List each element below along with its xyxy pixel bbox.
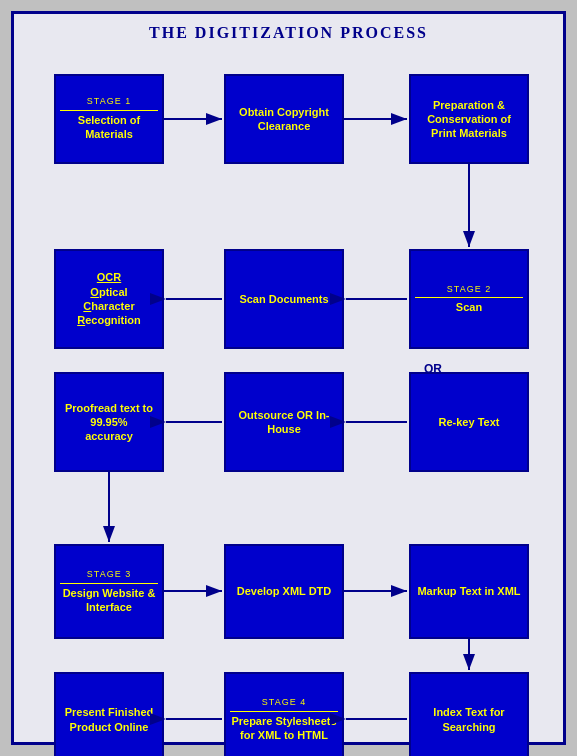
rekey-text: Re-key Text xyxy=(439,415,500,429)
obtain-copyright-text: Obtain Copyright Clearance xyxy=(230,105,338,134)
flowchart: STAGE 1 Selection of Materials Obtain Co… xyxy=(24,54,553,726)
stage2-box: STAGE 2 Scan xyxy=(409,249,529,349)
markup-xml-text: Markup Text in XML xyxy=(417,584,520,598)
markup-xml-box: Markup Text in XML xyxy=(409,544,529,639)
obtain-copyright-box: Obtain Copyright Clearance xyxy=(224,74,344,164)
develop-xml-box: Develop XML DTD xyxy=(224,544,344,639)
stage1-text: Selection of Materials xyxy=(60,113,158,142)
stage1-box: STAGE 1 Selection of Materials xyxy=(54,74,164,164)
rekey-box: Re-key Text xyxy=(409,372,529,472)
proofread-text: Proofread text to99.95%accuracy xyxy=(65,401,153,444)
develop-xml-text: Develop XML DTD xyxy=(237,584,332,598)
stage4-text: Prepare Stylesheets for XML to HTML xyxy=(230,714,338,743)
index-text-text: Index Text for Searching xyxy=(415,705,523,734)
proofread-box: Proofread text to99.95%accuracy xyxy=(54,372,164,472)
outer-border: THE DIGITIZATION PROCESS STAGE 1 Selecti… xyxy=(11,11,566,745)
scan-docs-box: Scan Documents xyxy=(224,249,344,349)
preparation-box: Preparation & Conservation of Print Mate… xyxy=(409,74,529,164)
stage4-box: STAGE 4 Prepare Stylesheets for XML to H… xyxy=(224,672,344,756)
stage2-label: STAGE 2 xyxy=(415,284,523,299)
stage1-label: STAGE 1 xyxy=(60,96,158,111)
scan-docs-text: Scan Documents xyxy=(239,292,328,306)
present-box: Present Finished Product Online xyxy=(54,672,164,756)
index-text-box: Index Text for Searching xyxy=(409,672,529,756)
page-title: THE DIGITIZATION PROCESS xyxy=(24,24,553,42)
stage2-text: Scan xyxy=(456,300,482,314)
stage3-label: STAGE 3 xyxy=(60,569,158,584)
ocr-box: OCR Optical Character Recognition xyxy=(54,249,164,349)
outsource-box: Outsource OR In-House xyxy=(224,372,344,472)
stage4-label: STAGE 4 xyxy=(230,697,338,712)
stage3-text: Design Website & Interface xyxy=(60,586,158,615)
present-text: Present Finished Product Online xyxy=(60,705,158,734)
outsource-text: Outsource OR In-House xyxy=(230,408,338,437)
preparation-text: Preparation & Conservation of Print Mate… xyxy=(415,98,523,141)
ocr-text: OCR Optical Character Recognition xyxy=(77,270,141,327)
stage3-box: STAGE 3 Design Website & Interface xyxy=(54,544,164,639)
